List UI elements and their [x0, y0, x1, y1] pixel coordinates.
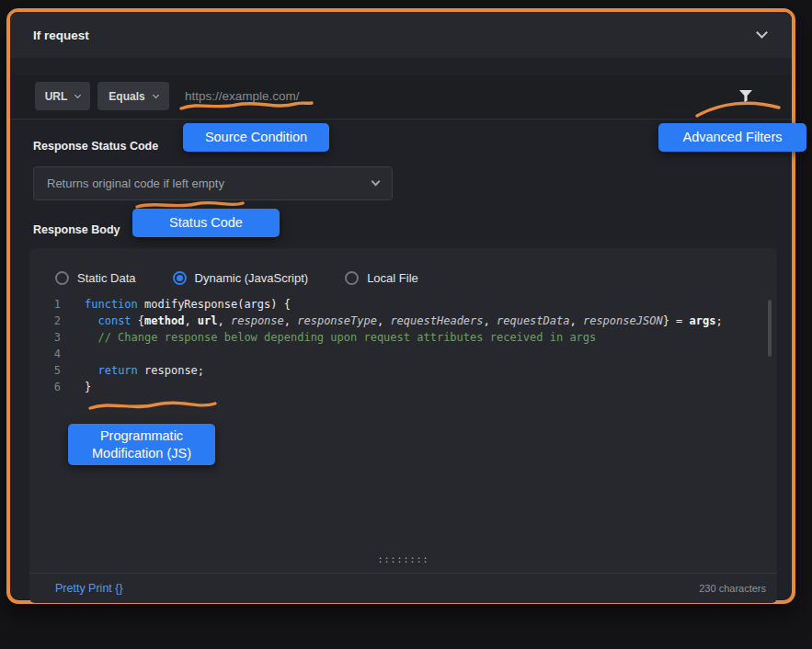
- radio-option[interactable]: Dynamic (JavaScript): [173, 271, 309, 285]
- resize-handle[interactable]: ::::::::: [377, 554, 429, 564]
- line-content: // Change response below depending upon …: [61, 329, 596, 346]
- source-condition-row: URL Equals: [10, 74, 792, 120]
- code-line: 5 return response;: [29, 362, 777, 379]
- annotation-underline-filter: [694, 97, 783, 121]
- line-number: 3: [29, 329, 61, 346]
- collapse-chevron-icon[interactable]: [756, 27, 768, 39]
- line-content: [61, 346, 85, 362]
- source-key-select[interactable]: URL: [35, 82, 90, 110]
- pretty-print-link[interactable]: Pretty Print {}: [55, 582, 123, 595]
- line-number: 2: [29, 313, 61, 329]
- callout-label: Status Code: [169, 214, 243, 232]
- annotation-underline-code: [86, 397, 219, 416]
- radio-option[interactable]: Static Data: [55, 271, 136, 285]
- line-number: 5: [29, 362, 61, 379]
- callout-advanced-filters: Advanced Filters: [658, 123, 806, 152]
- source-key-label: URL: [45, 90, 68, 103]
- response-status-label: Response Status Code: [33, 140, 158, 153]
- code-line: 6}: [29, 379, 777, 395]
- source-operator-label: Equals: [109, 90, 144, 103]
- editor-scrollbar[interactable]: [768, 300, 772, 357]
- callout-label: Advanced Filters: [683, 129, 783, 146]
- status-code-placeholder: Returns original code if left empty: [47, 176, 224, 190]
- line-content: return response;: [61, 362, 204, 379]
- response-body-type-group: Static DataDynamic (JavaScript)Local Fil…: [29, 263, 777, 292]
- radio-selected-icon: [173, 271, 187, 285]
- callout-status-code: Status Code: [132, 209, 280, 237]
- callout-label: Modification (JS): [92, 445, 191, 462]
- radio-option-label: Local File: [367, 271, 418, 285]
- callout-label: Programmatic: [100, 427, 183, 445]
- page: If request URL Equals Response Status Co…: [0, 0, 812, 649]
- line-content: function modifyResponse(args) {: [61, 296, 291, 313]
- line-number: 1: [29, 296, 61, 313]
- chevron-down-icon: [372, 177, 381, 187]
- rule-editor-card: If request URL Equals Response Status Co…: [6, 8, 795, 604]
- callout-label: Source Condition: [205, 129, 307, 146]
- code-line: 4: [29, 346, 777, 362]
- code-line: 2 const {method, url, response, response…: [29, 313, 777, 329]
- status-code-select[interactable]: Returns original code if left empty: [33, 166, 393, 200]
- radio-option[interactable]: Local File: [345, 271, 418, 285]
- code-line: 1function modifyResponse(args) {: [29, 296, 777, 313]
- rule-pair-title: If request: [33, 28, 89, 42]
- annotation-underline-url: [177, 98, 315, 115]
- radio-option-label: Dynamic (JavaScript): [195, 271, 309, 285]
- line-content: }: [61, 379, 91, 395]
- line-number: 6: [29, 379, 61, 395]
- radio-unselected-icon: [345, 271, 359, 285]
- editor-footer: Pretty Print {} 230 characters: [29, 573, 777, 603]
- chevron-down-icon: [74, 91, 81, 97]
- callout-programmatic-modification: Programmatic Modification (JS): [68, 424, 215, 465]
- callout-source-condition: Source Condition: [183, 123, 329, 152]
- rule-pair-header[interactable]: If request: [10, 12, 792, 58]
- line-content: const {method, url, response, responseTy…: [61, 313, 723, 329]
- code-line: 3 // Change response below depending upo…: [29, 329, 777, 346]
- char-count: 230 characters: [699, 583, 766, 594]
- chevron-down-icon: [153, 91, 159, 97]
- response-body-label: Response Body: [33, 223, 120, 236]
- radio-unselected-icon: [55, 271, 69, 285]
- code-lines: 1function modifyResponse(args) {2 const …: [29, 296, 777, 395]
- radio-option-label: Static Data: [77, 271, 136, 285]
- line-number: 4: [29, 346, 61, 362]
- source-operator-select[interactable]: Equals: [97, 82, 169, 110]
